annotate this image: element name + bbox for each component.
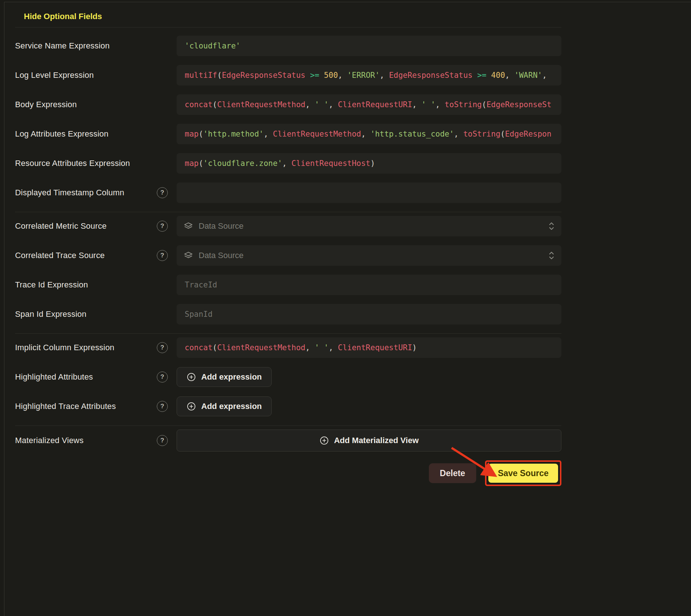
- log-attributes-expression-label-cell: Log Attributes Expression: [15, 129, 177, 139]
- code-token: >=: [310, 71, 319, 80]
- correlated-trace-source-placeholder: Data Source: [199, 251, 542, 260]
- code-token: ,: [305, 100, 315, 109]
- form-row-trace-id-expression: Trace Id ExpressionTraceId: [15, 275, 561, 295]
- code-token: ' ': [315, 100, 329, 109]
- code-token: multiIf: [185, 71, 217, 80]
- code-token: 'WARN': [514, 71, 542, 80]
- code-token: (: [213, 343, 217, 352]
- log-level-expression-control: multiIf(EdgeResponseStatus >= 500, 'ERRO…: [177, 65, 561, 86]
- form-row-log-level-expression: Log Level ExpressionmultiIf(EdgeResponse…: [15, 65, 561, 86]
- resource-attributes-expression-label: Resource Attributes Expression: [15, 159, 130, 168]
- help-icon[interactable]: ?: [157, 221, 168, 232]
- resource-attributes-expression-input[interactable]: map('cloudflare.zone', ClientRequestHost…: [177, 153, 561, 174]
- layers-icon: [184, 222, 193, 231]
- correlated-metric-source-label: Correlated Metric Source: [15, 221, 106, 231]
- trace-id-expression-control: TraceId: [177, 275, 561, 295]
- service-name-expression-control: 'cloudflare': [177, 36, 561, 56]
- help-icon[interactable]: ?: [157, 187, 168, 198]
- log-attributes-expression-input[interactable]: map('http.method', ClientRequestMethod, …: [177, 124, 561, 144]
- displayed-timestamp-column-label-cell: Displayed Timestamp Column?: [15, 187, 177, 198]
- span-id-expression-input[interactable]: SpanId: [177, 304, 561, 325]
- code-token: ' ': [315, 343, 329, 352]
- code-token: toString: [445, 100, 482, 109]
- service-name-expression-label: Service Name Expression: [15, 41, 110, 51]
- service-name-expression-input[interactable]: 'cloudflare': [177, 36, 561, 56]
- chevron-updown-icon: [548, 250, 555, 261]
- body-expression-input[interactable]: concat(ClientRequestMethod, ' ', ClientR…: [177, 94, 561, 115]
- code-token: ' ': [422, 100, 435, 109]
- help-icon[interactable]: ?: [157, 250, 168, 261]
- help-icon[interactable]: ?: [157, 401, 168, 412]
- materialized-views-label: Materialized Views: [15, 436, 84, 445]
- code-token: EdgeResponseSt: [486, 100, 551, 109]
- correlated-trace-source-select[interactable]: Data Source: [177, 245, 561, 266]
- chevron-updown-icon: [548, 221, 555, 231]
- materialized-views-label-cell: Materialized Views?: [15, 435, 177, 446]
- implicit-column-expression-input[interactable]: concat(ClientRequestMethod, ' ', ClientR…: [177, 337, 561, 358]
- span-id-expression-placeholder: SpanId: [185, 310, 213, 319]
- form-row-correlated-metric-source: Correlated Metric Source?Data Source: [15, 216, 561, 236]
- layers-icon: [184, 251, 193, 260]
- hide-optional-fields-toggle[interactable]: Hide Optional Fields: [24, 12, 102, 21]
- code-token: [319, 71, 324, 80]
- code-token: 'ERROR': [347, 71, 380, 80]
- source-settings-panel: Hide Optional Fields Service Name Expres…: [4, 2, 691, 616]
- save-source-button[interactable]: Save Source: [488, 464, 558, 483]
- code-token: ,: [412, 100, 422, 109]
- code-token: 400: [491, 71, 505, 80]
- code-token: ClientRequestURI: [338, 343, 412, 352]
- code-token: EdgeResponseStatus: [222, 71, 305, 80]
- code-token: ,: [435, 100, 445, 109]
- form-row-displayed-timestamp-column: Displayed Timestamp Column?: [15, 182, 561, 203]
- code-token: ,: [329, 100, 338, 109]
- form-row-correlated-trace-source: Correlated Trace Source?Data Source: [15, 245, 561, 266]
- code-token: ,: [329, 343, 338, 352]
- code-token: (: [500, 130, 505, 138]
- code-token: ClientRequestHost: [292, 159, 370, 168]
- code-token: 'cloudflare': [185, 41, 240, 50]
- divider: [15, 333, 561, 334]
- highlighted-trace-attributes-label-cell: Highlighted Trace Attributes?: [15, 401, 177, 412]
- circle-plus-icon: [187, 372, 196, 382]
- displayed-timestamp-column-input[interactable]: [177, 182, 561, 203]
- help-icon[interactable]: ?: [157, 435, 168, 446]
- code-token: 500: [324, 71, 338, 80]
- code-token: ClientRequestMethod: [273, 130, 361, 138]
- span-id-expression-label-cell: Span Id Expression: [15, 309, 177, 319]
- code-token: [305, 71, 310, 80]
- highlighted-attributes-label-cell: Highlighted Attributes?: [15, 372, 177, 383]
- correlated-trace-source-label: Correlated Trace Source: [15, 251, 105, 260]
- trace-id-expression-input[interactable]: TraceId: [177, 275, 561, 295]
- correlated-metric-source-placeholder: Data Source: [199, 221, 542, 231]
- help-icon[interactable]: ?: [157, 372, 168, 383]
- code-token: ,: [361, 130, 370, 138]
- divider: [15, 27, 561, 28]
- correlated-metric-source-label-cell: Correlated Metric Source?: [15, 221, 177, 232]
- code-token: ClientRequestMethod: [217, 100, 305, 109]
- help-icon[interactable]: ?: [157, 342, 168, 353]
- highlighted-attributes-control: Add expression: [177, 367, 561, 387]
- log-level-expression-input[interactable]: multiIf(EdgeResponseStatus >= 500, 'ERRO…: [177, 65, 561, 86]
- highlighted-trace-attributes-add-button[interactable]: Add expression: [177, 396, 272, 416]
- code-token: 'cloudflare.zone': [203, 159, 282, 168]
- annotation-highlight-box: Save Source: [485, 460, 561, 486]
- form-row-highlighted-attributes: Highlighted Attributes?Add expression: [15, 367, 561, 387]
- highlighted-attributes-add-button[interactable]: Add expression: [177, 367, 272, 387]
- code-token: 'http.method': [203, 130, 264, 138]
- form-row-service-name-expression: Service Name Expression'cloudflare': [15, 36, 561, 56]
- displayed-timestamp-column-label: Displayed Timestamp Column: [15, 188, 124, 198]
- code-token: ,: [305, 343, 315, 352]
- delete-button[interactable]: Delete: [429, 463, 476, 483]
- form-row-body-expression: Body Expressionconcat(ClientRequestMetho…: [15, 94, 561, 115]
- implicit-column-expression-label: Implicit Column Expression: [15, 343, 115, 352]
- code-token: (: [213, 100, 217, 109]
- code-token: (: [217, 71, 222, 80]
- materialized-views-add-button[interactable]: Add Materialized View: [177, 430, 561, 452]
- correlated-metric-source-select[interactable]: Data Source: [177, 216, 561, 236]
- code-token: (: [482, 100, 486, 109]
- body-expression-label: Body Expression: [15, 100, 77, 109]
- code-token: [486, 71, 491, 80]
- footer-actions: Delete Save Source: [15, 460, 561, 486]
- highlighted-attributes-add-button-label: Add expression: [201, 372, 262, 382]
- form-row-log-attributes-expression: Log Attributes Expressionmap('http.metho…: [15, 124, 561, 144]
